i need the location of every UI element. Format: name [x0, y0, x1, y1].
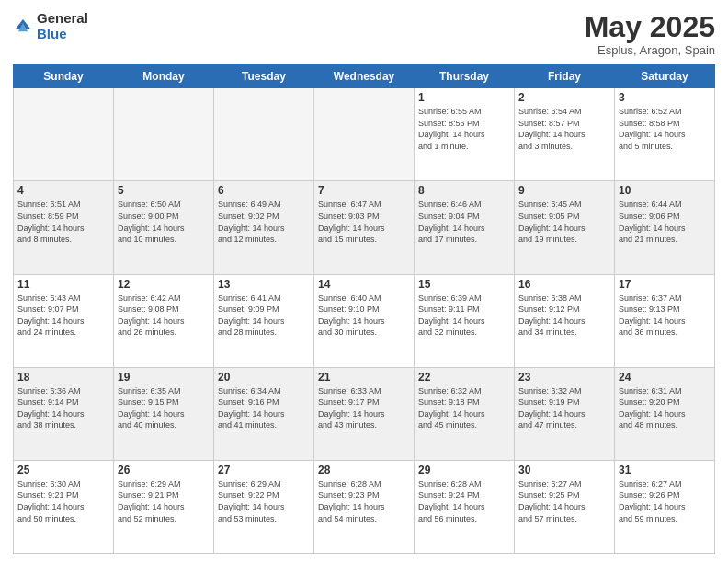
day-info: Sunrise: 6:52 AM Sunset: 8:58 PM Dayligh…: [619, 106, 711, 152]
calendar-cell: 31Sunrise: 6:27 AM Sunset: 9:26 PM Dayli…: [615, 460, 715, 553]
day-info: Sunrise: 6:49 AM Sunset: 9:02 PM Dayligh…: [218, 199, 310, 245]
calendar-week-row: 1Sunrise: 6:55 AM Sunset: 8:56 PM Daylig…: [14, 88, 715, 181]
title-block: May 2025 Esplus, Aragon, Spain: [585, 11, 715, 57]
logo-text: General Blue: [37, 11, 88, 41]
day-info: Sunrise: 6:42 AM Sunset: 9:08 PM Dayligh…: [118, 293, 210, 339]
day-number: 11: [17, 278, 109, 291]
calendar-cell: 25Sunrise: 6:30 AM Sunset: 9:21 PM Dayli…: [14, 460, 114, 553]
logo: General Blue: [13, 11, 88, 41]
day-number: 16: [518, 278, 610, 291]
calendar-cell: 3Sunrise: 6:52 AM Sunset: 8:58 PM Daylig…: [615, 88, 715, 181]
calendar-cell: 23Sunrise: 6:32 AM Sunset: 9:19 PM Dayli…: [515, 367, 615, 460]
day-info: Sunrise: 6:27 AM Sunset: 9:26 PM Dayligh…: [619, 478, 711, 524]
day-info: Sunrise: 6:33 AM Sunset: 9:17 PM Dayligh…: [318, 385, 410, 431]
day-info: Sunrise: 6:28 AM Sunset: 9:24 PM Dayligh…: [418, 478, 510, 524]
calendar-header-monday: Monday: [114, 65, 214, 88]
day-number: 2: [518, 91, 610, 104]
calendar-cell: 7Sunrise: 6:47 AM Sunset: 9:03 PM Daylig…: [314, 181, 415, 274]
calendar-week-row: 18Sunrise: 6:36 AM Sunset: 9:14 PM Dayli…: [14, 367, 715, 460]
calendar-cell: 8Sunrise: 6:46 AM Sunset: 9:04 PM Daylig…: [415, 181, 515, 274]
day-info: Sunrise: 6:32 AM Sunset: 9:19 PM Dayligh…: [518, 385, 610, 431]
day-info: Sunrise: 6:41 AM Sunset: 9:09 PM Dayligh…: [218, 293, 310, 339]
day-number: 9: [518, 184, 610, 197]
day-number: 18: [17, 371, 109, 384]
day-number: 8: [418, 184, 510, 197]
day-info: Sunrise: 6:28 AM Sunset: 9:23 PM Dayligh…: [318, 478, 410, 524]
day-info: Sunrise: 6:39 AM Sunset: 9:11 PM Dayligh…: [418, 293, 510, 339]
day-number: 20: [218, 371, 310, 384]
day-info: Sunrise: 6:44 AM Sunset: 9:06 PM Dayligh…: [619, 199, 711, 245]
day-info: Sunrise: 6:32 AM Sunset: 9:18 PM Dayligh…: [418, 385, 510, 431]
day-info: Sunrise: 6:36 AM Sunset: 9:14 PM Dayligh…: [17, 385, 109, 431]
logo-general-text: General: [37, 11, 88, 27]
calendar-cell: 24Sunrise: 6:31 AM Sunset: 9:20 PM Dayli…: [615, 367, 715, 460]
day-number: 4: [17, 184, 109, 197]
day-number: 27: [218, 464, 310, 477]
calendar-cell: 28Sunrise: 6:28 AM Sunset: 9:23 PM Dayli…: [314, 460, 415, 553]
calendar-location: Esplus, Aragon, Spain: [585, 43, 715, 57]
calendar-cell: 20Sunrise: 6:34 AM Sunset: 9:16 PM Dayli…: [214, 367, 314, 460]
logo-icon: [13, 17, 33, 37]
calendar-cell: 29Sunrise: 6:28 AM Sunset: 9:24 PM Dayli…: [415, 460, 515, 553]
day-info: Sunrise: 6:29 AM Sunset: 9:21 PM Dayligh…: [118, 478, 210, 524]
day-number: 24: [619, 371, 711, 384]
day-number: 5: [118, 184, 210, 197]
day-info: Sunrise: 6:34 AM Sunset: 9:16 PM Dayligh…: [218, 385, 310, 431]
calendar-cell: 18Sunrise: 6:36 AM Sunset: 9:14 PM Dayli…: [14, 367, 114, 460]
day-number: 31: [619, 464, 711, 477]
calendar-cell: 4Sunrise: 6:51 AM Sunset: 8:59 PM Daylig…: [14, 181, 114, 274]
day-info: Sunrise: 6:37 AM Sunset: 9:13 PM Dayligh…: [619, 293, 711, 339]
day-number: 7: [318, 184, 410, 197]
day-info: Sunrise: 6:31 AM Sunset: 9:20 PM Dayligh…: [619, 385, 711, 431]
calendar-cell: [14, 88, 114, 181]
calendar-cell: 26Sunrise: 6:29 AM Sunset: 9:21 PM Dayli…: [114, 460, 214, 553]
calendar-cell: [114, 88, 214, 181]
calendar-cell: 17Sunrise: 6:37 AM Sunset: 9:13 PM Dayli…: [615, 274, 715, 367]
day-info: Sunrise: 6:43 AM Sunset: 9:07 PM Dayligh…: [17, 293, 109, 339]
day-info: Sunrise: 6:51 AM Sunset: 8:59 PM Dayligh…: [17, 199, 109, 245]
calendar-week-row: 4Sunrise: 6:51 AM Sunset: 8:59 PM Daylig…: [14, 181, 715, 274]
day-number: 14: [318, 278, 410, 291]
calendar-cell: [314, 88, 415, 181]
calendar-header-wednesday: Wednesday: [314, 65, 415, 88]
day-number: 29: [418, 464, 510, 477]
calendar-header-thursday: Thursday: [415, 65, 515, 88]
calendar-cell: [214, 88, 314, 181]
day-number: 26: [118, 464, 210, 477]
day-number: 12: [118, 278, 210, 291]
day-number: 19: [118, 371, 210, 384]
calendar-table: SundayMondayTuesdayWednesdayThursdayFrid…: [13, 64, 715, 554]
calendar-cell: 14Sunrise: 6:40 AM Sunset: 9:10 PM Dayli…: [314, 274, 415, 367]
day-number: 30: [518, 464, 610, 477]
day-number: 17: [619, 278, 711, 291]
calendar-cell: 10Sunrise: 6:44 AM Sunset: 9:06 PM Dayli…: [615, 181, 715, 274]
calendar-cell: 1Sunrise: 6:55 AM Sunset: 8:56 PM Daylig…: [415, 88, 515, 181]
day-number: 21: [318, 371, 410, 384]
day-number: 15: [418, 278, 510, 291]
calendar-cell: 27Sunrise: 6:29 AM Sunset: 9:22 PM Dayli…: [214, 460, 314, 553]
day-info: Sunrise: 6:55 AM Sunset: 8:56 PM Dayligh…: [418, 106, 510, 152]
header: General Blue May 2025 Esplus, Aragon, Sp…: [13, 11, 715, 57]
day-number: 1: [418, 91, 510, 104]
calendar-cell: 9Sunrise: 6:45 AM Sunset: 9:05 PM Daylig…: [515, 181, 615, 274]
calendar-header-row: SundayMondayTuesdayWednesdayThursdayFrid…: [14, 65, 715, 88]
day-info: Sunrise: 6:38 AM Sunset: 9:12 PM Dayligh…: [518, 293, 610, 339]
day-info: Sunrise: 6:40 AM Sunset: 9:10 PM Dayligh…: [318, 293, 410, 339]
calendar-page: General Blue May 2025 Esplus, Aragon, Sp…: [0, 0, 728, 563]
calendar-cell: 6Sunrise: 6:49 AM Sunset: 9:02 PM Daylig…: [214, 181, 314, 274]
calendar-cell: 30Sunrise: 6:27 AM Sunset: 9:25 PM Dayli…: [515, 460, 615, 553]
day-number: 3: [619, 91, 711, 104]
day-info: Sunrise: 6:50 AM Sunset: 9:00 PM Dayligh…: [118, 199, 210, 245]
calendar-cell: 13Sunrise: 6:41 AM Sunset: 9:09 PM Dayli…: [214, 274, 314, 367]
calendar-header-sunday: Sunday: [14, 65, 114, 88]
day-number: 10: [619, 184, 711, 197]
calendar-cell: 16Sunrise: 6:38 AM Sunset: 9:12 PM Dayli…: [515, 274, 615, 367]
day-info: Sunrise: 6:27 AM Sunset: 9:25 PM Dayligh…: [518, 478, 610, 524]
calendar-cell: 12Sunrise: 6:42 AM Sunset: 9:08 PM Dayli…: [114, 274, 214, 367]
logo-blue-text: Blue: [37, 27, 88, 42]
calendar-header-tuesday: Tuesday: [214, 65, 314, 88]
calendar-title: May 2025: [585, 11, 715, 43]
day-number: 13: [218, 278, 310, 291]
calendar-cell: 19Sunrise: 6:35 AM Sunset: 9:15 PM Dayli…: [114, 367, 214, 460]
calendar-cell: 5Sunrise: 6:50 AM Sunset: 9:00 PM Daylig…: [114, 181, 214, 274]
